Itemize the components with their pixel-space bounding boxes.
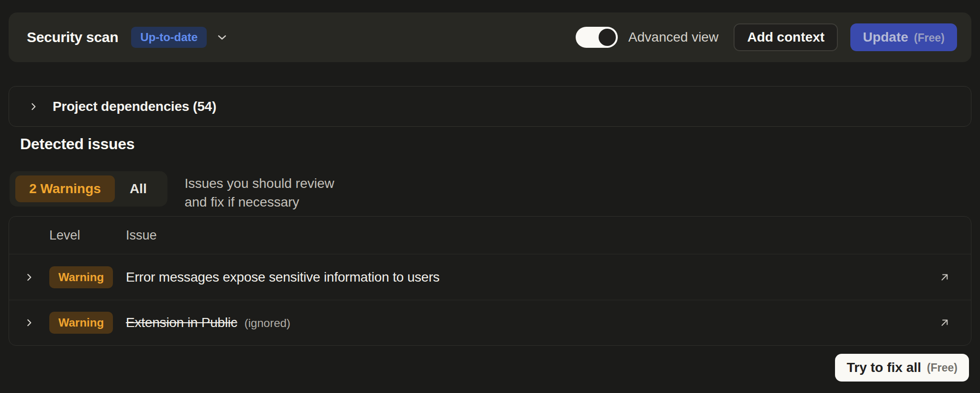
expand-row-button[interactable]	[24, 317, 34, 328]
try-to-fix-all-sublabel: (Free)	[927, 361, 958, 374]
table-row[interactable]: Warning Extension in Public (ignored)	[9, 300, 971, 345]
detected-issues-heading: Detected issues	[20, 135, 134, 153]
toggle-knob	[599, 29, 616, 46]
issues-table: Level Issue Warning Error messages expos…	[9, 216, 971, 346]
issues-description-line1: Issues you should review	[185, 174, 334, 193]
header-actions: Advanced view Add context Update (Free)	[576, 23, 957, 51]
issues-filter-area: 2 Warnings All Issues you should review …	[10, 171, 334, 211]
chevron-right-icon	[24, 317, 34, 328]
arrow-up-right-icon	[938, 271, 951, 284]
open-issue-button[interactable]	[938, 317, 951, 329]
expand-row-button[interactable]	[24, 272, 34, 283]
chevron-right-icon	[28, 101, 39, 112]
chevron-right-icon	[24, 272, 34, 283]
issues-description-line2: and fix if necessary	[185, 193, 334, 211]
open-issue-button[interactable]	[938, 271, 951, 284]
status-badge[interactable]: Up-to-date	[131, 27, 207, 48]
project-dependencies-row[interactable]: Project dependencies (54)	[9, 86, 971, 127]
filter-warnings-tab[interactable]: 2 Warnings	[15, 175, 115, 202]
try-to-fix-all-button[interactable]: Try to fix all (Free)	[835, 354, 969, 382]
try-to-fix-all-label: Try to fix all	[846, 360, 921, 375]
issue-cell: Error messages expose sensitive informat…	[126, 270, 918, 285]
column-header-issue: Issue	[126, 228, 918, 243]
issues-description: Issues you should review and fix if nece…	[185, 171, 334, 211]
table-row[interactable]: Warning Error messages expose sensitive …	[9, 254, 971, 300]
advanced-view-label: Advanced view	[628, 30, 718, 45]
page-title: Security scan	[27, 29, 118, 45]
ignored-label: (ignored)	[245, 317, 290, 330]
update-button-sublabel: (Free)	[914, 32, 945, 44]
add-context-button[interactable]: Add context	[734, 23, 838, 51]
issue-cell: Extension in Public (ignored)	[126, 315, 918, 330]
chevron-down-icon	[215, 31, 229, 44]
filter-all-tab[interactable]: All	[115, 175, 162, 202]
header-bar: Security scan Up-to-date Advanced view A…	[9, 12, 971, 62]
arrow-up-right-icon	[938, 317, 951, 329]
issue-title: Error messages expose sensitive informat…	[126, 270, 440, 285]
issues-filter-segmented-control: 2 Warnings All	[10, 171, 167, 207]
warning-level-badge: Warning	[49, 312, 113, 334]
table-header-row: Level Issue	[9, 217, 971, 254]
update-button[interactable]: Update (Free)	[850, 23, 957, 51]
issue-title-ignored: Extension in Public	[126, 315, 237, 330]
advanced-view-toggle[interactable]	[576, 27, 618, 48]
project-dependencies-label: Project dependencies (54)	[53, 99, 216, 114]
header-dropdown-toggle[interactable]	[215, 31, 229, 44]
update-button-label: Update	[863, 30, 908, 45]
warning-level-badge: Warning	[49, 266, 113, 288]
column-header-level: Level	[49, 228, 126, 243]
